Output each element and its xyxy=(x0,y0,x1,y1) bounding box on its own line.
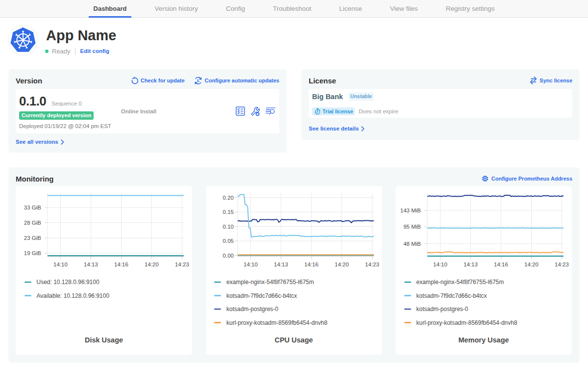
svg-text:0.05: 0.05 xyxy=(222,238,233,244)
svg-text:14:16: 14:16 xyxy=(494,261,508,267)
svg-text:14:20: 14:20 xyxy=(145,261,159,267)
svg-text:0.10: 0.10 xyxy=(222,224,233,230)
svg-text:0.00: 0.00 xyxy=(222,253,233,259)
svg-text:14:10: 14:10 xyxy=(244,261,258,267)
svg-text:95 MiB: 95 MiB xyxy=(403,224,421,230)
svg-text:14:23: 14:23 xyxy=(175,261,189,267)
svg-text:48 MiB: 48 MiB xyxy=(403,241,421,247)
svg-text:0.20: 0.20 xyxy=(222,195,233,201)
svg-text:143 MiB: 143 MiB xyxy=(400,208,421,213)
svg-text:0.15: 0.15 xyxy=(222,209,233,215)
svg-text:14:23: 14:23 xyxy=(555,261,569,267)
svg-text:28 GiB: 28 GiB xyxy=(24,220,41,226)
svg-text:14:20: 14:20 xyxy=(524,261,539,267)
svg-text:14:13: 14:13 xyxy=(464,261,478,267)
svg-text:14:13: 14:13 xyxy=(84,261,98,267)
svg-text:14:16: 14:16 xyxy=(114,261,128,267)
svg-text:23 GiB: 23 GiB xyxy=(24,235,41,241)
svg-text:14:10: 14:10 xyxy=(53,261,68,267)
svg-text:33 GiB: 33 GiB xyxy=(24,205,41,210)
svg-text:14:13: 14:13 xyxy=(274,261,288,267)
svg-text:14:20: 14:20 xyxy=(335,261,349,267)
svg-text:14:23: 14:23 xyxy=(365,261,379,267)
svg-text:19 GiB: 19 GiB xyxy=(24,250,41,256)
svg-text:14:10: 14:10 xyxy=(433,261,447,267)
svg-text:14:16: 14:16 xyxy=(304,261,318,267)
